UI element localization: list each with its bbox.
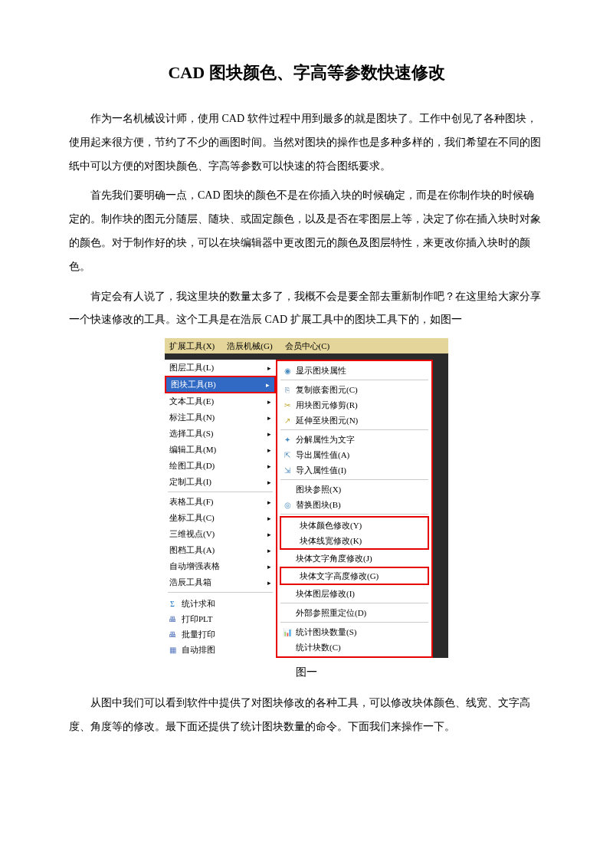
highlighted-group-2: 块体文字高度修改(G) [280, 567, 429, 585]
count-icon: 📊 [280, 628, 294, 636]
submenu-block-ref[interactable]: 图块参照(X) [277, 482, 431, 497]
chevron-right-icon: ▸ [267, 398, 271, 406]
submenu-text-angle[interactable]: 块体文字角度修改(J) [277, 551, 431, 566]
chevron-right-icon: ▸ [267, 414, 271, 422]
chevron-right-icon: ▸ [267, 515, 271, 522]
sigma-icon: Σ [166, 598, 179, 609]
menu-plt[interactable]: 🖶打印PLT [165, 611, 276, 626]
right-submenu-column: ◉显示图块属性 ⎘复制嵌套图元(C) ✂用块图元修剪(R) ↗延伸至块图元(N)… [276, 360, 433, 658]
submenu-import-attr[interactable]: ⇲导入属性值(I) [277, 462, 431, 478]
trim-icon: ✂ [280, 401, 294, 409]
menu-draw-tools[interactable]: 绘图工具(D)▸ [165, 458, 276, 474]
chevron-right-icon: ▸ [267, 498, 271, 506]
submenu-color-mod[interactable]: 块体颜色修改(Y) [281, 518, 428, 533]
menu-haochen[interactable]: 浩辰机械(G) [227, 340, 272, 352]
import-icon: ⇲ [280, 466, 294, 475]
submenu-extend-block[interactable]: ↗延伸至块图元(N) [277, 413, 431, 428]
paragraph-4: 从图中我们可以看到软件中提供了对图块修改的各种工具，可以修改块体颜色、线宽、文字… [69, 692, 544, 739]
chevron-right-icon: ▸ [267, 478, 271, 486]
layout-icon: ▦ [166, 644, 179, 655]
menu-toolbox[interactable]: 浩辰工具箱▸ [165, 574, 276, 590]
submenu-count-block-c[interactable]: 统计块数(C) [277, 639, 431, 655]
menu-coord-tools[interactable]: 坐标工具(C)▸ [165, 510, 276, 526]
submenu-explode-text[interactable]: ✦分解属性为文字 [277, 432, 431, 447]
copy-icon: ⎘ [280, 386, 294, 394]
menu-auto-layout[interactable]: ▦自动排图 [165, 642, 276, 657]
submenu-replace-block[interactable]: ◎替换图块(B) [277, 497, 431, 512]
chevron-right-icon: ▸ [267, 547, 271, 554]
submenu-text-height[interactable]: 块体文字高度修改(G) [281, 568, 428, 584]
chevron-right-icon: ▸ [267, 531, 271, 538]
submenu-layer-mod[interactable]: 块体图层修改(I) [277, 586, 431, 601]
chevron-right-icon: ▸ [267, 364, 271, 372]
menu-table-tools[interactable]: 表格工具(F)▸ [165, 494, 276, 510]
menu-batch-print[interactable]: 🖶批量打印 [165, 626, 276, 642]
cad-menu-screenshot: 扩展工具(X) 浩辰机械(G) 会员中心(C) 图层工具(L)▸ 图块工具(B)… [165, 338, 448, 658]
replace-icon: ◎ [280, 501, 294, 509]
highlighted-group-1: 块体颜色修改(Y) 块体线宽修改(K) [280, 516, 429, 550]
batch-print-icon: 🖶 [166, 629, 179, 639]
submenu-count-block-s[interactable]: 📊统计图块数量(S) [277, 624, 431, 639]
menu-sum[interactable]: Σ统计求和 [165, 596, 276, 611]
paragraph-1: 作为一名机械设计师，使用 CAD 软件过程中用到最多的就是图块了。工作中创见了各… [69, 107, 544, 178]
chevron-right-icon: ▸ [267, 579, 271, 587]
chevron-right-icon: ▸ [267, 430, 271, 438]
menu-dim-tools[interactable]: 标注工具(N)▸ [165, 409, 276, 426]
extend-icon: ↗ [280, 416, 294, 425]
explode-icon: ✦ [280, 436, 294, 444]
paragraph-2: 首先我们要明确一点，CAD 图块的颜色不是在你插入块的时候确定，而是在你制作块的… [69, 184, 544, 278]
paragraph-3: 肯定会有人说了，我这里块的数量太多了，我概不会是要全部去重新制作吧？在这里给大家… [69, 285, 544, 333]
menu-autotable[interactable]: 自动增强表格▸ [165, 558, 276, 574]
menu-docinfo-tools[interactable]: 图档工具(A)▸ [165, 542, 276, 558]
menu-extend-tools[interactable]: 扩展工具(X) [169, 340, 215, 352]
attr-icon: ◉ [280, 367, 294, 375]
chevron-right-icon: ▸ [267, 563, 271, 570]
menu-custom-tools[interactable]: 定制工具(I)▸ [165, 474, 276, 490]
left-menu-column: 图层工具(L)▸ 图块工具(B)▸ 文本工具(E)▸ 标注工具(N)▸ 选择工具… [165, 360, 276, 658]
submenu-xref-reloc[interactable]: 外部参照重定位(D) [277, 605, 431, 620]
menu-member-center[interactable]: 会员中心(C) [285, 340, 330, 352]
submenu-show-attr[interactable]: ◉显示图块属性 [277, 363, 431, 378]
menu-select-tools[interactable]: 选择工具(S)▸ [165, 426, 276, 442]
submenu-export-attr[interactable]: ⇱导出属性值(A) [277, 447, 431, 462]
menu-layer-tools[interactable]: 图层工具(L)▸ [165, 360, 276, 376]
submenu-copy-nest[interactable]: ⎘复制嵌套图元(C) [277, 382, 431, 397]
title: CAD 图块颜色、字高等参数快速修改 [69, 61, 544, 84]
menu-block-tools[interactable]: 图块工具(B)▸ [165, 376, 276, 393]
chevron-right-icon: ▸ [267, 462, 271, 470]
menu-3d-view[interactable]: 三维视点(V)▸ [165, 526, 276, 542]
menu-text-tools[interactable]: 文本工具(E)▸ [165, 393, 276, 409]
menu-edit-tools[interactable]: 编辑工具(M)▸ [165, 442, 276, 458]
figure-1: 扩展工具(X) 浩辰机械(G) 会员中心(C) 图层工具(L)▸ 图块工具(B)… [69, 338, 544, 658]
submenu-linewidth-mod[interactable]: 块体线宽修改(K) [281, 533, 428, 548]
printer-icon: 🖶 [166, 613, 179, 624]
menubar: 扩展工具(X) 浩辰机械(G) 会员中心(C) [165, 338, 448, 353]
figure-caption: 图一 [69, 666, 544, 679]
export-icon: ⇱ [280, 451, 294, 459]
chevron-right-icon: ▸ [266, 381, 270, 389]
chevron-right-icon: ▸ [267, 446, 271, 454]
submenu-trim-block[interactable]: ✂用块图元修剪(R) [277, 397, 431, 413]
